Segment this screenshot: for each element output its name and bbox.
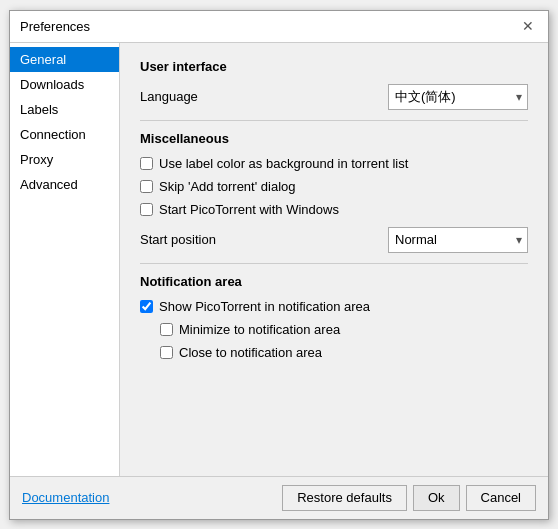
checkbox-row-1: Use label color as background in torrent…: [140, 156, 528, 171]
language-select[interactable]: 中文(简体) English 日本語: [388, 84, 528, 110]
checkbox-row-2: Skip 'Add torrent' dialog: [140, 179, 528, 194]
checkbox-start-windows-text: Start PicoTorrent with Windows: [159, 202, 339, 217]
checkbox-skip-dialog[interactable]: [140, 180, 153, 193]
checkbox-label-color[interactable]: [140, 157, 153, 170]
preferences-window: Preferences ✕ General Downloads Labels C…: [9, 10, 549, 520]
documentation-link[interactable]: Documentation: [22, 490, 109, 505]
sidebar-item-downloads[interactable]: Downloads: [10, 72, 119, 97]
sidebar: General Downloads Labels Connection Prox…: [10, 43, 120, 476]
content-area: General Downloads Labels Connection Prox…: [10, 43, 548, 476]
ok-button[interactable]: Ok: [413, 485, 460, 511]
user-interface-title: User interface: [140, 59, 528, 74]
title-bar: Preferences ✕: [10, 11, 548, 43]
main-panel: User interface Language 中文(简体) English 日…: [120, 43, 548, 476]
checkbox-start-windows[interactable]: [140, 203, 153, 216]
restore-defaults-button[interactable]: Restore defaults: [282, 485, 407, 511]
checkbox-minimize-notification-text: Minimize to notification area: [179, 322, 340, 337]
checkbox-minimize-notification[interactable]: [160, 323, 173, 336]
checkbox-show-notification[interactable]: [140, 300, 153, 313]
start-position-row: Start position Normal Minimized Hidden: [140, 227, 528, 253]
start-position-select[interactable]: Normal Minimized Hidden: [388, 227, 528, 253]
footer: Documentation Restore defaults Ok Cancel: [10, 476, 548, 519]
sidebar-item-labels[interactable]: Labels: [10, 97, 119, 122]
window-title: Preferences: [20, 19, 90, 34]
language-label: Language: [140, 89, 388, 104]
checkbox-show-notification-text: Show PicoTorrent in notification area: [159, 299, 370, 314]
miscellaneous-section: Miscellaneous Use label color as backgro…: [140, 131, 528, 253]
divider-2: [140, 263, 528, 264]
language-select-wrapper: 中文(简体) English 日本語: [388, 84, 528, 110]
checkbox-close-notification[interactable]: [160, 346, 173, 359]
sidebar-item-connection[interactable]: Connection: [10, 122, 119, 147]
checkbox-row-6: Close to notification area: [160, 345, 528, 360]
sidebar-item-general[interactable]: General: [10, 47, 119, 72]
checkbox-row-5: Minimize to notification area: [160, 322, 528, 337]
checkbox-skip-dialog-text: Skip 'Add torrent' dialog: [159, 179, 296, 194]
checkbox-row-4: Show PicoTorrent in notification area: [140, 299, 528, 314]
close-button[interactable]: ✕: [518, 16, 538, 36]
notification-area-section: Notification area Show PicoTorrent in no…: [140, 274, 528, 360]
language-row: Language 中文(简体) English 日本語: [140, 84, 528, 110]
start-position-label: Start position: [140, 232, 388, 247]
notification-area-title: Notification area: [140, 274, 528, 289]
sidebar-item-advanced[interactable]: Advanced: [10, 172, 119, 197]
checkbox-label-color-text: Use label color as background in torrent…: [159, 156, 408, 171]
cancel-button[interactable]: Cancel: [466, 485, 536, 511]
footer-buttons: Restore defaults Ok Cancel: [282, 485, 536, 511]
checkbox-close-notification-text: Close to notification area: [179, 345, 322, 360]
checkbox-row-3: Start PicoTorrent with Windows: [140, 202, 528, 217]
miscellaneous-title: Miscellaneous: [140, 131, 528, 146]
divider-1: [140, 120, 528, 121]
sidebar-item-proxy[interactable]: Proxy: [10, 147, 119, 172]
start-position-select-wrapper: Normal Minimized Hidden: [388, 227, 528, 253]
